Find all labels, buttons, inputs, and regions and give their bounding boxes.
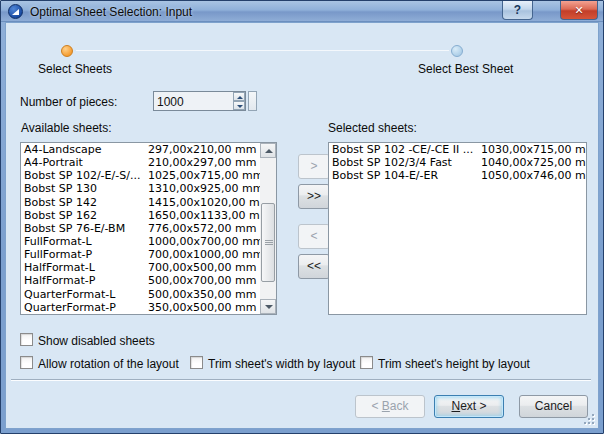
selected-sheets-list[interactable]: Bobst SP 102 -CE/-CE II ... 1030,00x715,… [328, 142, 587, 315]
available-list-scrollbar[interactable] [260, 143, 276, 314]
list-item[interactable]: A4-Portrait 210,00x297,00 mm [21, 156, 260, 169]
sheet-name: Bobst SP 102/3/4 Fast [332, 156, 452, 169]
sheet-name: A4-Portrait [24, 156, 83, 169]
sheet-size: 776,00x572,00 mm [148, 222, 256, 235]
wizard-step2-label: Select Best Sheet [418, 62, 513, 76]
arrow-up-icon [237, 96, 243, 99]
allow-rotation-label: Allow rotation of the layout [38, 357, 179, 371]
list-item[interactable]: Bobst SP 104-E/-ER 1050,00x746,00 mm [329, 169, 586, 182]
trim-height-checkbox[interactable] [360, 356, 373, 369]
back-mnemonic: B [382, 399, 390, 413]
list-item[interactable]: HalfFormat-L 700,00x500,00 mm [21, 261, 260, 274]
sheet-size: 700,00x1000,00 mm [148, 248, 260, 261]
show-disabled-sheets-label: Show disabled sheets [38, 334, 155, 348]
add-all-button[interactable]: >> [298, 184, 330, 209]
pieces-spin-buttons [233, 92, 245, 110]
wizard-step1-label: Select Sheets [38, 62, 112, 76]
back-button[interactable]: < Back [355, 395, 425, 418]
sheet-size: 500,00x350,00 mm [148, 288, 256, 301]
pieces-input[interactable] [154, 92, 233, 110]
sheet-size: 297,00x210,00 mm [148, 143, 256, 156]
sheet-size: 350,00x500,00 mm [148, 301, 256, 314]
list-item[interactable]: Bobst SP 102 -CE/-CE II ... 1030,00x715,… [329, 143, 586, 156]
resize-grip-icon[interactable] [582, 412, 595, 425]
list-item[interactable]: Bobst SP 142 1415,00x1020,00 mm [21, 196, 260, 209]
sheet-name: FullFormat-P [24, 248, 92, 261]
back-label-rest: ack [390, 399, 409, 413]
selected-sheets-label: Selected sheets: [328, 121, 417, 135]
trim-width-label: Trim sheet's width by layout [208, 357, 355, 371]
next-mnemonic: N [451, 399, 460, 413]
sheet-name: Bobst SP 130 [24, 182, 97, 195]
next-button[interactable]: Next > [434, 395, 504, 418]
sheet-name: Bobst SP 142 [24, 196, 97, 209]
sheet-size: 1000,00x700,00 mm [148, 235, 260, 248]
sheet-size: 1025,00x715,00 mm [148, 169, 260, 182]
list-item[interactable]: Bobst SP 76-E/-BM 776,00x572,00 mm [21, 222, 260, 235]
list-item[interactable]: Bobst SP 162 1650,00x1133,00 mm [21, 209, 260, 222]
show-disabled-sheets-checkbox[interactable] [20, 333, 33, 346]
dialog-body: Select Sheets Select Best Sheet Number o… [5, 22, 599, 429]
list-item[interactable]: FullFormat-P 700,00x1000,00 mm [21, 248, 260, 261]
app-icon [8, 4, 23, 19]
help-button[interactable]: ? [502, 1, 533, 20]
sheet-size: 1650,00x1133,00 mm [148, 209, 260, 222]
available-sheets-list[interactable]: A4-Landscape 297,00x210,00 mm A4-Portrai… [20, 142, 277, 315]
list-item[interactable]: HalfFormat-P 500,00x700,00 mm [21, 274, 260, 287]
allow-rotation-checkbox[interactable] [20, 356, 33, 369]
pieces-label: Number of pieces: [20, 95, 117, 109]
trim-height-label: Trim sheet's height by layout [378, 357, 530, 371]
sheet-size: 1415,00x1020,00 mm [148, 196, 260, 209]
close-icon: ✕ [574, 4, 583, 16]
sheet-name: QuarterFormat-P [24, 301, 116, 314]
wizard-step1-dot [61, 45, 73, 57]
list-item[interactable]: Bobst SP 102/-E/-S/... 1025,00x715,00 mm [21, 169, 260, 182]
spin-up-button[interactable] [233, 92, 245, 101]
remove-all-button[interactable]: << [298, 254, 330, 279]
available-sheets-label: Available sheets: [21, 121, 112, 135]
sheet-name: Bobst SP 102 -CE/-CE II ... [332, 143, 473, 156]
add-selected-button[interactable]: > [298, 154, 330, 179]
sheet-size: 1030,00x715,00 mm [481, 143, 586, 156]
sheet-name: QuarterFormat-L [24, 288, 115, 301]
sheet-name: HalfFormat-P [24, 274, 95, 287]
sheet-name: A4-Landscape [24, 143, 102, 156]
sheet-name: FullFormat-L [24, 235, 92, 248]
sheet-name: Bobst SP 102/-E/-S/... [24, 169, 140, 182]
sheet-name: HalfFormat-L [24, 261, 95, 274]
sheet-size: 1310,00x925,00 mm [148, 182, 260, 195]
sheet-name: Bobst SP 162 [24, 209, 97, 222]
spin-down-button[interactable] [233, 101, 245, 110]
sheet-name: Bobst SP 76-E/-BM [24, 222, 125, 235]
list-item[interactable]: FullFormat-L 1000,00x700,00 mm [21, 235, 260, 248]
sheet-size: 500,00x700,00 mm [148, 274, 256, 287]
list-item[interactable]: QuarterFormat-L 500,00x350,00 mm [21, 288, 260, 301]
pieces-spinbox [153, 91, 246, 111]
next-label-rest: ext > [460, 399, 486, 413]
list-item[interactable]: QuarterFormat-P 350,00x500,00 mm [21, 301, 260, 314]
wizard-progress-line [76, 50, 449, 51]
trim-width-checkbox[interactable] [190, 356, 203, 369]
close-button[interactable]: ✕ [560, 1, 598, 20]
list-item[interactable]: Bobst SP 102/3/4 Fast 1040,00x725,00 mm [329, 156, 586, 169]
cancel-button[interactable]: Cancel [519, 395, 588, 418]
arrow-up-icon [265, 149, 273, 153]
list-item[interactable]: Bobst SP 130 1310,00x925,00 mm [21, 182, 260, 195]
sheet-size: 1050,00x746,00 mm [481, 169, 586, 182]
optimal-sheet-selection-dialog: Optimal Sheet Selection: Input ? ✕ Selec… [0, 0, 604, 434]
title-bar[interactable]: Optimal Sheet Selection: Input ? ✕ [1, 1, 603, 22]
sheet-size: 210,00x297,00 mm [148, 156, 256, 169]
footer-divider [11, 379, 591, 381]
remove-selected-button[interactable]: < [298, 224, 330, 249]
sheet-name: Bobst SP 104-E/-ER [332, 169, 438, 182]
wizard-step2-dot [451, 45, 463, 57]
window-title: Optimal Sheet Selection: Input [30, 5, 192, 19]
scrollbar-thumb[interactable] [261, 203, 275, 282]
help-icon: ? [514, 3, 521, 17]
list-item[interactable]: A4-Landscape 297,00x210,00 mm [21, 143, 260, 156]
scroll-down-button[interactable] [260, 299, 276, 314]
sheet-size: 700,00x500,00 mm [148, 261, 256, 274]
pieces-side-button[interactable] [248, 91, 257, 111]
sheet-size: 1040,00x725,00 mm [481, 156, 586, 169]
scroll-up-button[interactable] [260, 143, 276, 158]
